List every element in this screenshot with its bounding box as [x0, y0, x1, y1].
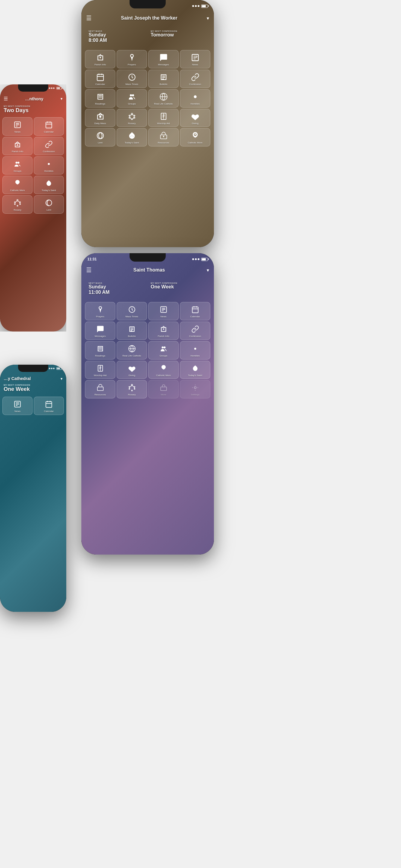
- app-daily-mass[interactable]: Daily Mass: [85, 109, 115, 127]
- app-mass-times[interactable]: Mass Times: [116, 70, 147, 88]
- phone-notch-left: [18, 84, 48, 92]
- app-rosary-left[interactable]: Rosary: [2, 195, 33, 214]
- bulletin-label: Bulletin: [159, 83, 167, 86]
- app-worship-aid[interactable]: Worship Aid: [148, 109, 179, 127]
- app-news-lb[interactable]: News: [2, 397, 33, 415]
- svg-point-46: [48, 163, 50, 165]
- menu-icon-bottom[interactable]: ☰: [86, 267, 92, 274]
- parish-label-left: Parish Info: [12, 150, 23, 153]
- app-parish-info[interactable]: Parish Info: [85, 50, 115, 68]
- todays-saint-icon-left: [44, 179, 54, 188]
- lent-icon: [96, 131, 105, 141]
- next-mass-value: Sunday8:00 AM: [89, 32, 145, 43]
- giving-icon: [191, 112, 200, 121]
- app-lent-left[interactable]: Lent: [34, 195, 64, 214]
- app-confession-b[interactable]: Confession: [180, 321, 210, 340]
- calendar-icon-left: [44, 120, 54, 130]
- lb-dropdown[interactable]: ▾: [61, 376, 63, 381]
- todays-saint-icon-b: [191, 364, 200, 373]
- left-menu-icon[interactable]: ☰: [4, 96, 8, 101]
- calendar-icon-lb: [44, 399, 54, 409]
- app-resources-b[interactable]: Resources: [85, 380, 115, 398]
- app-bulletin[interactable]: Bulletin: [148, 70, 179, 88]
- dropdown-icon[interactable]: ▾: [207, 16, 209, 21]
- app-news-b[interactable]: News: [148, 302, 179, 320]
- app-bulletin-b[interactable]: Bulletin: [116, 321, 147, 340]
- next-confession-block: MY NEXT CONFESSION Tomorrow: [148, 28, 209, 45]
- catholic-mom-label-b: Catholic Mom: [156, 374, 171, 377]
- app-calendar-b[interactable]: Calendar: [180, 302, 210, 320]
- app-parish-left[interactable]: Parish Info: [2, 137, 33, 155]
- news-label-b: News: [160, 315, 166, 318]
- confession-label-b: Confession: [189, 335, 201, 338]
- left-church-title: …nthony: [25, 96, 43, 101]
- phone-notch-bottom: [130, 253, 166, 261]
- svg-point-74: [164, 346, 166, 348]
- app-worship-aid-b[interactable]: Worship Aid: [85, 361, 115, 379]
- app-catholic-mom-left[interactable]: Catholic Mom: [2, 176, 33, 194]
- parish-info-icon: [96, 53, 105, 62]
- app-prayers-b[interactable]: Prayers: [85, 302, 115, 320]
- app-giving[interactable]: Giving: [180, 109, 210, 127]
- app-confession-left[interactable]: Confession: [34, 137, 64, 155]
- placeholder-icon-2: [191, 383, 200, 393]
- app-groups-left[interactable]: Groups: [2, 156, 33, 175]
- worship-aid-icon-b: [96, 364, 105, 373]
- news-icon-b: [159, 305, 168, 314]
- app-catholic-mom[interactable]: Catholic Mom: [180, 128, 210, 147]
- worship-aid-icon: [159, 112, 168, 121]
- rosary-icon: [127, 112, 137, 121]
- app-placeholder-1[interactable]: More: [148, 380, 179, 398]
- svg-point-23: [131, 119, 133, 120]
- app-todays-saint-left[interactable]: Today's Saint: [34, 176, 64, 194]
- app-placeholder-2[interactable]: Settings: [180, 380, 210, 398]
- app-rosary-b[interactable]: Rosary: [116, 380, 147, 398]
- dropdown-icon-bottom[interactable]: ▾: [207, 267, 209, 273]
- app-homilies-b[interactable]: Homilies: [180, 341, 210, 360]
- app-messages[interactable]: Messages: [148, 50, 179, 68]
- giving-label: Giving: [192, 122, 199, 125]
- app-groups-b[interactable]: Groups: [148, 341, 179, 360]
- app-lent[interactable]: Lent: [85, 128, 115, 147]
- battery-icon-bottom: [201, 258, 208, 261]
- app-readings-b[interactable]: Readings: [85, 341, 115, 360]
- next-mass-block: NEXT MASS Sunday8:00 AM: [86, 28, 147, 45]
- app-real-life-catholic[interactable]: Real Life Catholic: [148, 89, 179, 107]
- mass-confession-row: NEXT MASS Sunday8:00 AM MY NEXT CONFESSI…: [81, 25, 214, 48]
- app-messages-b[interactable]: Messages: [85, 321, 115, 340]
- app-resources[interactable]: Resources: [148, 128, 179, 147]
- signal-dots: [192, 5, 199, 7]
- app-groups[interactable]: Groups: [116, 89, 147, 107]
- left-confession-label: MY NEXT CONFESSION: [4, 105, 63, 107]
- app-real-life-b[interactable]: Real Life Catholic: [116, 341, 147, 360]
- app-giving-b[interactable]: Giving: [116, 361, 147, 379]
- svg-point-35: [194, 133, 196, 135]
- rosary-icon-b: [127, 383, 137, 393]
- app-calendar-left[interactable]: Calendar: [34, 117, 64, 135]
- menu-icon[interactable]: ☰: [86, 14, 92, 22]
- app-calendar-lb[interactable]: Calendar: [34, 397, 64, 415]
- app-grid-main-bottom: Prayers Mass Times News Calendar: [84, 301, 211, 400]
- app-prayers[interactable]: Prayers: [116, 50, 147, 68]
- app-parish-info-b[interactable]: Parish Info: [148, 321, 179, 340]
- bulletin-label-b: Bulletin: [128, 335, 136, 338]
- app-calendar[interactable]: Calendar: [85, 70, 115, 88]
- app-todays-saint[interactable]: Today's Saint: [116, 128, 147, 147]
- bottom-next-confession: MY NEXT CONFESSION One Week: [148, 280, 209, 297]
- left-dropdown-icon[interactable]: ▾: [61, 96, 63, 101]
- app-news[interactable]: N News: [180, 50, 210, 68]
- groups-icon: [127, 92, 137, 101]
- app-homilies[interactable]: Homilies: [180, 89, 210, 107]
- app-todays-saint-b[interactable]: Today's Saint: [180, 361, 210, 379]
- app-catholic-mom-b[interactable]: Catholic Mom: [148, 361, 179, 379]
- app-confession[interactable]: Confession: [180, 70, 210, 88]
- bottom-next-mass: NEXT MASS Sunday11:00 AM: [86, 280, 147, 297]
- app-rosary[interactable]: Rosary: [116, 109, 147, 127]
- app-news-left[interactable]: News: [2, 117, 33, 135]
- prayers-icon-b: [96, 305, 105, 314]
- prayers-label-b: Prayers: [96, 315, 105, 318]
- app-homilies-left[interactable]: Homilies: [34, 156, 64, 175]
- app-readings[interactable]: Readings: [85, 89, 115, 107]
- left-phone-screen-bottom: …y Cathedral ▾ MY NEXT CONFESSION One We…: [0, 365, 66, 612]
- app-mass-times-b[interactable]: Mass Times: [116, 302, 147, 320]
